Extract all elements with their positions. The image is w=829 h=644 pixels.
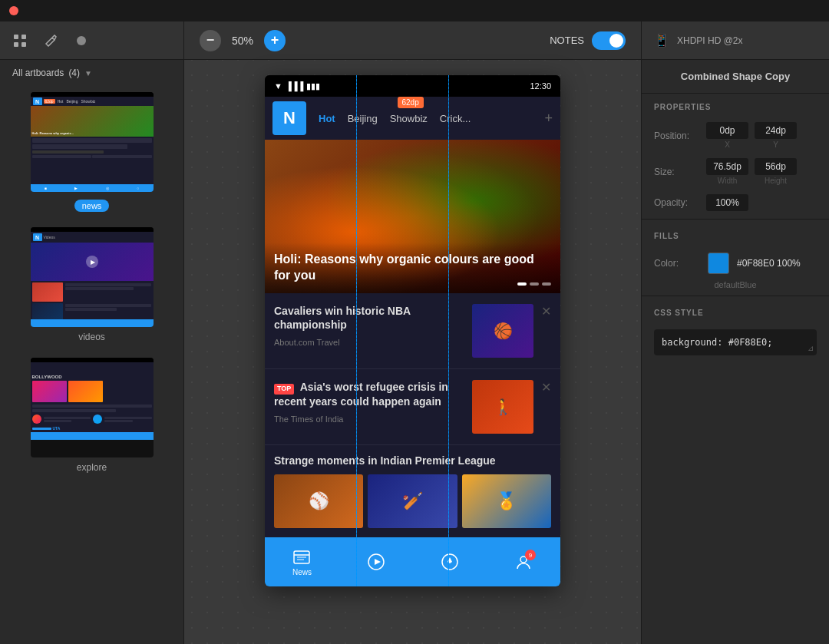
bottom-nav-news[interactable]: News [292, 548, 312, 576]
artboards-header[interactable]: All artboards (4) ▼ [0, 60, 183, 86]
chevron-down-icon: ▼ [84, 69, 92, 78]
right-panel-toolbar: 📱 XHDPI HD @2x [642, 21, 829, 60]
panel-title: Combined Shape Copy [642, 60, 829, 94]
pencil-icon[interactable] [43, 33, 58, 48]
ipl-img-1: ⚾ [274, 474, 363, 528]
canvas-toolbar: − 50% + NOTES [184, 21, 641, 60]
nav-item-beijing[interactable]: Beijing [348, 113, 378, 124]
compass-icon [441, 553, 459, 571]
position-label: Position: [654, 130, 700, 141]
height-group: 56dp Height [755, 158, 797, 185]
height-label: Height [765, 177, 787, 185]
ipl-images: ⚾ 🏏 🏅 [274, 474, 551, 528]
opacity-row: Opacity: 100% [642, 190, 829, 216]
close-button[interactable] [9, 6, 18, 15]
app-logo: N [272, 101, 306, 135]
right-panel: 📱 XHDPI HD @2x Combined Shape Copy PROPE… [641, 21, 829, 644]
canvas: − 50% + NOTES ▼ ▐▐▐ [184, 21, 641, 644]
toggle-switch[interactable] [592, 31, 626, 50]
x-label: X [725, 140, 730, 149]
y-label: Y [773, 140, 778, 149]
news-card-2-title: TOP Asia's worst refugee crisis in recen… [274, 380, 464, 408]
news-card-1-source: About.com Travel [274, 338, 464, 347]
artboard-thumb-videos: N Videos ▶ [31, 227, 154, 327]
wifi-icon: ▼ [274, 81, 282, 91]
grid-icon[interactable] [12, 33, 28, 48]
svg-rect-2 [14, 42, 18, 47]
color-swatch[interactable] [708, 253, 729, 274]
close-card-2[interactable]: ✕ [541, 380, 551, 395]
news-card-2-content: TOP Asia's worst refugee crisis in recen… [274, 380, 464, 424]
artboard-badge-news: news [74, 200, 110, 212]
profile-badge: 9 [525, 550, 536, 560]
titlebar [0, 0, 829, 21]
circle-icon[interactable] [74, 33, 89, 48]
hero-title: Holi: Reasons why organic colours are go… [274, 252, 551, 284]
zoom-level: 50% [227, 35, 258, 47]
close-card-1[interactable]: ✕ [541, 304, 551, 319]
color-hex: #0F88E0 100% [737, 258, 801, 269]
svg-point-4 [77, 36, 86, 45]
artboard-label-explore: explore [77, 462, 107, 473]
ipl-img-2: 🏏 [368, 474, 457, 528]
svg-marker-10 [375, 559, 381, 565]
hero-image: Holi: Reasons why organic colours are go… [265, 140, 560, 293]
phone-status-bar: ▼ ▐▐▐ ▮▮▮ 12:30 [265, 75, 560, 97]
nav-item-hot[interactable]: Hot [319, 113, 335, 124]
sidebar: All artboards (4) ▼ N 62dp Hot Beijing S… [0, 21, 184, 644]
news-card-1[interactable]: Cavaliers win historic NBA championship … [265, 293, 560, 369]
width-group: 76.5dp Width [706, 158, 748, 185]
artboard-item-videos[interactable]: N Videos ▶ [0, 221, 183, 352]
bottom-nav-explore[interactable] [441, 553, 459, 571]
artboards-label: All artboards [12, 68, 64, 78]
phone-nav-items: Hot Beijing Showbiz Crick... [319, 113, 538, 124]
position-row: Position: 0dp X 24dp Y [642, 117, 829, 154]
device-label: XHDPI HD @2x [677, 35, 743, 46]
ipl-title: Strange moments in Indian Premier League [274, 454, 551, 467]
y-value[interactable]: 24dp [755, 122, 797, 139]
properties-section-header: PROPERTIES [642, 94, 829, 117]
measure-badge: 62dp [398, 97, 424, 108]
bottom-nav-profile[interactable]: 9 [514, 553, 533, 571]
zoom-in-button[interactable]: + [264, 30, 286, 51]
notes-label: NOTES [550, 35, 584, 46]
height-value[interactable]: 56dp [755, 158, 797, 175]
bottom-nav-videos[interactable] [367, 553, 385, 571]
svg-rect-1 [21, 35, 26, 39]
dot-2 [530, 282, 539, 286]
zoom-out-button[interactable]: − [200, 30, 221, 51]
resize-handle[interactable]: ⊿ [808, 344, 814, 352]
sidebar-toolbar [0, 21, 183, 60]
width-value[interactable]: 76.5dp [706, 158, 748, 175]
news-card-1-title: Cavaliers win historic NBA championship [274, 304, 464, 332]
battery-icon: ▮▮▮ [306, 81, 320, 91]
profile-icon: 9 [514, 553, 533, 571]
phone-bottom-nav: News [265, 537, 560, 586]
hero-dots [517, 282, 551, 286]
nav-item-showbiz[interactable]: Showbiz [390, 113, 428, 124]
opacity-value[interactable]: 100% [706, 194, 748, 211]
hero-overlay: Holi: Reasons why organic colours are go… [265, 243, 560, 293]
status-icons: ▼ ▐▐▐ ▮▮▮ [274, 81, 320, 91]
artboard-thumb-news: N 62dp Hot Beijing Showbiz Holi: Reasons… [31, 92, 154, 192]
news-card-1-content: Cavaliers win historic NBA championship … [274, 304, 464, 347]
news-card-2-img: 🚶 [472, 380, 533, 434]
play-icon [367, 553, 385, 571]
artboard-item-explore[interactable]: BOLLYWOOD [0, 352, 183, 482]
artboard-thumb-explore: BOLLYWOOD [31, 358, 154, 457]
nav-plus-icon[interactable]: + [544, 111, 553, 127]
nav-item-cricket[interactable]: Crick... [440, 113, 471, 124]
artboard-label-videos: videos [78, 332, 105, 342]
color-name: defaultBlue [642, 280, 829, 289]
ipl-section: Strange moments in Indian Premier League… [265, 445, 560, 537]
top-badge: TOP [274, 384, 294, 395]
size-row: Size: 76.5dp Width 56dp Height [642, 154, 829, 190]
device-icon: 📱 [654, 33, 669, 48]
svg-rect-0 [14, 35, 18, 39]
artboard-item-news[interactable]: N 62dp Hot Beijing Showbiz Holi: Reasons… [0, 86, 183, 221]
css-value: background: #0F88E0; [662, 337, 773, 348]
notes-toggle[interactable]: NOTES [550, 31, 626, 50]
width-label: Width [718, 177, 738, 185]
news-card-2[interactable]: TOP Asia's worst refugee crisis in recen… [265, 369, 560, 445]
x-value[interactable]: 0dp [706, 122, 748, 139]
